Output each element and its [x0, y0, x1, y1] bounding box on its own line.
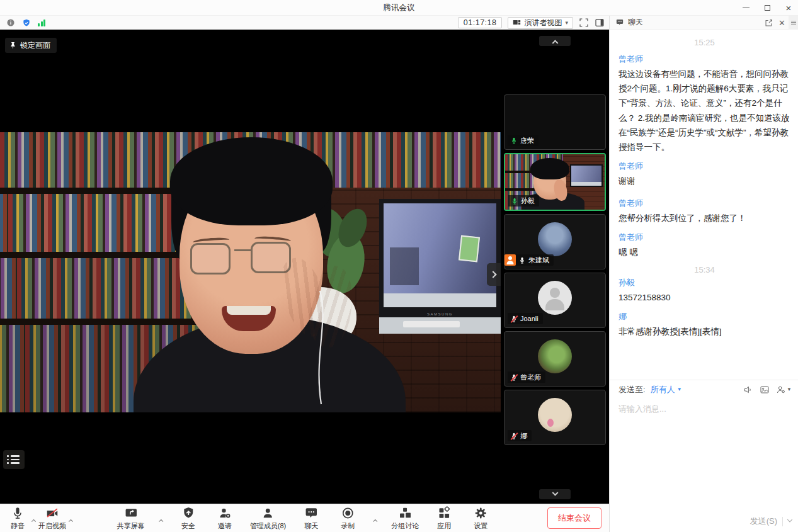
- start-video-button[interactable]: 开启视频: [37, 504, 67, 532]
- security-shield-icon[interactable]: [22, 18, 31, 28]
- participant-thumbnails: 唐荣 孙毅: [504, 94, 606, 445]
- message-sender[interactable]: 孙毅: [618, 277, 790, 288]
- chat-sendbar: 发送至: 所有人 ▼ ▼: [610, 380, 798, 399]
- record-icon: [341, 506, 355, 520]
- record-options-chevron[interactable]: [373, 512, 377, 524]
- message-sender[interactable]: 曾老师: [618, 54, 790, 65]
- close-button[interactable]: ×: [784, 4, 793, 13]
- view-mode-label: 演讲者视图: [524, 18, 562, 28]
- meeting-topbar: 01:17:18 演讲者视图 ▾: [0, 16, 609, 30]
- send-button[interactable]: 发送(S): [750, 516, 777, 527]
- mute-options-chevron[interactable]: [32, 512, 35, 524]
- caption-list-icon[interactable]: [3, 450, 25, 469]
- breakout-blocks-icon: [398, 506, 412, 520]
- info-icon[interactable]: [6, 18, 15, 27]
- main-video: SAMSUNG: [0, 132, 501, 412]
- message-text: 谢谢: [618, 174, 790, 188]
- image-icon[interactable]: [760, 385, 770, 395]
- send-to-selector[interactable]: 所有人 ▼: [651, 384, 682, 395]
- share-screen-icon: [124, 506, 138, 520]
- message-text: 非常感谢孙教授[表情][表情]: [618, 324, 790, 339]
- collapse-thumbnails-button[interactable]: [487, 263, 501, 286]
- window-controls: ×: [741, 0, 793, 16]
- participant-thumb[interactable]: 娜: [504, 390, 606, 445]
- participant-name: 曾老师: [520, 373, 541, 382]
- message-sender[interactable]: 曾老师: [618, 161, 790, 172]
- video-stage: SAMSUNG 锁定画面: [0, 30, 609, 504]
- send-options-chevron[interactable]: [787, 517, 792, 522]
- manage-members-button[interactable]: 管理成员(8): [249, 504, 287, 532]
- settings-button[interactable]: 设置: [468, 504, 493, 532]
- participant-name-chip: Joanli: [508, 313, 543, 324]
- participant-name: 唐荣: [520, 136, 534, 145]
- participant-thumb[interactable]: Joanli: [504, 273, 606, 328]
- maximize-button[interactable]: [763, 4, 772, 13]
- mic-on-icon: [510, 137, 518, 145]
- chat-messages[interactable]: 15:25 曾老师 我这边设备有些问题，不能语音，想问问孙教授2个问题。1.刚才…: [610, 30, 798, 380]
- participant-thumb[interactable]: 曾老师: [504, 331, 606, 387]
- mute-button[interactable]: 静音: [5, 504, 30, 532]
- participant-name: 朱建斌: [528, 256, 549, 265]
- participant-thumb[interactable]: 朱建斌: [504, 214, 606, 269]
- chat-message: 曾老师 谢谢: [618, 161, 790, 188]
- share-screen-button[interactable]: 共享屏幕: [116, 504, 146, 532]
- pin-view-label: 锁定画面: [20, 40, 50, 51]
- mic-muted-icon: [510, 432, 518, 440]
- close-chat-icon[interactable]: ✕: [778, 19, 785, 27]
- share-options-chevron[interactable]: [159, 512, 162, 524]
- message-sender[interactable]: 曾老师: [618, 232, 790, 243]
- chat-header: 聊天 ✕: [610, 16, 798, 30]
- chat-timestamp: 15:25: [618, 38, 790, 47]
- participant-name-chip: 朱建斌: [504, 254, 554, 266]
- avatar: [538, 398, 572, 432]
- chat-timestamp: 15:34: [618, 265, 790, 274]
- message-text: 您帮分析得太到位了，感谢您了！: [618, 211, 790, 225]
- scroll-up-button[interactable]: [539, 36, 571, 46]
- minimize-button[interactable]: [741, 4, 750, 13]
- invite-person-icon: [218, 506, 232, 520]
- chat-scrollbar[interactable]: [789, 16, 798, 30]
- chat-message: 曾老师 我这边设备有些问题，不能语音，想问问孙教授2个问题。1.刚才说的题解6大…: [618, 54, 790, 154]
- participant-thumb-active[interactable]: 孙毅: [504, 153, 606, 211]
- avatar: [538, 339, 572, 373]
- avatar: [538, 222, 572, 256]
- record-button[interactable]: 录制: [335, 504, 360, 532]
- popout-icon[interactable]: [765, 19, 773, 27]
- message-sender[interactable]: 曾老师: [618, 198, 790, 209]
- chat-button[interactable]: 聊天: [299, 504, 324, 532]
- message-text: 我这边设备有些问题，不能语音，想问问孙教授2个问题。1.刚才说的题解6大要素，我…: [618, 67, 790, 154]
- fullscreen-icon[interactable]: [579, 18, 589, 28]
- side-panel-toggle-icon[interactable]: [595, 18, 605, 28]
- scroll-down-button[interactable]: [539, 489, 571, 499]
- shield-icon: [181, 506, 195, 520]
- video-options-chevron[interactable]: [69, 512, 72, 524]
- breakout-rooms-button[interactable]: 分组讨论: [390, 504, 420, 532]
- apps-button[interactable]: 应用: [431, 504, 457, 532]
- message-sender[interactable]: 娜: [618, 311, 790, 322]
- invite-button[interactable]: 邀请: [212, 504, 237, 532]
- participant-name: Joanli: [520, 315, 539, 322]
- apps-grid-icon: [437, 506, 451, 520]
- view-mode-button[interactable]: 演讲者视图 ▾: [508, 17, 573, 29]
- mic-muted-icon: [510, 315, 518, 323]
- message-text: 嗯 嗯: [618, 245, 790, 259]
- chevron-right-icon: [489, 271, 496, 278]
- participant-name-chip: 唐荣: [508, 135, 539, 146]
- message-sound-icon[interactable]: [743, 385, 753, 395]
- chat-input-area[interactable]: [610, 399, 798, 511]
- chevron-down-icon: [552, 489, 558, 495]
- camera-off-icon: [45, 506, 59, 520]
- meeting-timer: 01:17:18: [458, 17, 503, 28]
- member-message-settings-icon[interactable]: ▼: [776, 385, 792, 395]
- security-button[interactable]: 安全: [176, 504, 201, 532]
- network-signal-icon[interactable]: [38, 19, 45, 26]
- mic-muted-icon: [510, 373, 518, 382]
- gear-icon: [474, 506, 487, 520]
- chat-input[interactable]: [610, 399, 798, 511]
- participant-thumb[interactable]: 唐荣: [504, 94, 606, 150]
- mic-on-icon: [518, 256, 526, 264]
- chat-message: 孙毅 13572158830: [618, 277, 790, 305]
- end-meeting-button[interactable]: 结束会议: [547, 507, 601, 529]
- pin-view-button[interactable]: 锁定画面: [5, 38, 57, 53]
- meeting-toolbar: 静音 开启视频 共享屏幕 安全 邀请 管理成员(8) 聊天: [0, 504, 609, 532]
